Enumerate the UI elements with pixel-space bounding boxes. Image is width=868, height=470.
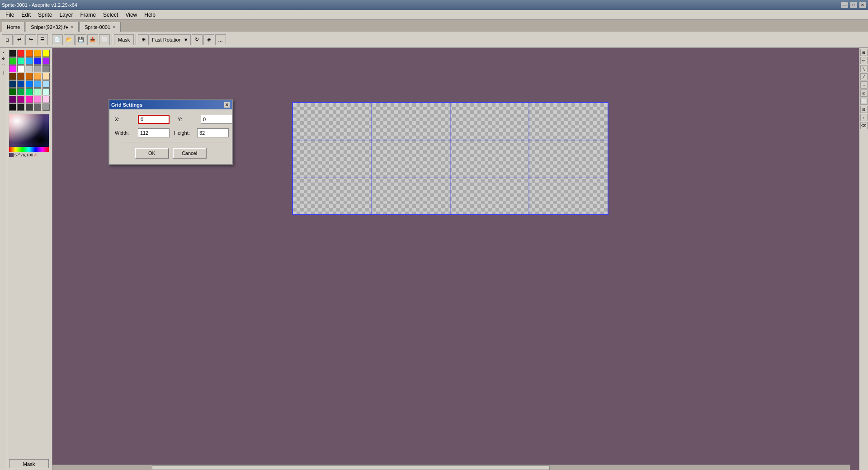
palette-color-25[interactable] [9,88,16,95]
palette-color-1[interactable] [17,50,24,57]
menu-help[interactable]: Help [141,11,159,19]
close-button[interactable]: ✕ [859,2,866,8]
height-input[interactable] [197,128,229,137]
menu-edit[interactable]: Edit [18,11,34,19]
tool-move[interactable]: ✥ [0,56,7,62]
mask-button[interactable]: Mask [114,34,134,45]
right-tool-10[interactable]: ⌫ [860,122,868,129]
right-tool-8[interactable]: ⊡ [860,106,868,113]
dialog-title-bar[interactable]: Grid Settings ✕ [109,100,232,109]
tab-sniper[interactable]: Sniper(92×32).f● ✕ [26,22,79,32]
palette-color-26[interactable] [17,88,24,95]
menu-sprite[interactable]: Sprite [34,11,56,19]
palette-color-10[interactable] [9,65,16,72]
minimize-button[interactable]: — [841,2,848,8]
menu-layer[interactable]: Layer [56,11,76,19]
open-button[interactable]: 📂 [64,34,75,45]
maximize-button[interactable]: □ [850,2,857,8]
palette-color-36[interactable] [17,103,24,111]
right-tool-3[interactable]: ╲ [860,65,868,72]
palette-color-11[interactable] [17,65,24,72]
palette-color-15[interactable] [9,73,16,80]
width-input[interactable] [138,128,170,137]
palette-color-27[interactable] [26,88,33,95]
tool-lasso[interactable]: ⌒ [0,62,7,69]
palette-color-14[interactable] [42,65,50,72]
palette-color-31[interactable] [17,96,24,103]
palette-color-17[interactable] [26,73,33,80]
right-tool-4[interactable]: ╱ [860,73,868,80]
palette-color-12[interactable] [26,65,33,72]
cancel-button[interactable]: Cancel [173,148,207,159]
new-file-button[interactable]: 📄 [52,34,63,45]
palette-color-39[interactable] [42,103,50,111]
right-tool-1[interactable]: ⊞ [860,49,868,56]
palette-color-0[interactable] [9,50,16,57]
palette-color-3[interactable] [34,50,41,57]
tab-sprite[interactable]: Sprite-0001 ✕ [80,22,121,32]
color-preview[interactable]: 57°76,100 ⚠ [9,114,49,154]
palette-color-7[interactable] [26,57,33,65]
y-input[interactable] [201,115,232,124]
ok-button[interactable]: OK [135,148,169,159]
tool-marquee[interactable]: ▪ [0,49,7,55]
canvas-scrollbar[interactable] [52,465,850,470]
right-tool-7[interactable]: ⬜ [860,98,868,105]
palette-color-19[interactable] [42,73,50,80]
redo-button[interactable]: ↪ [25,34,36,45]
palette-color-21[interactable] [17,80,24,88]
x-input[interactable] [138,115,170,124]
right-tool-2[interactable]: ✏ [860,57,868,64]
palette-color-28[interactable] [34,88,41,95]
palette-color-35[interactable] [9,103,16,111]
palette-color-6[interactable] [17,57,24,65]
menu-select[interactable]: Select [99,11,122,19]
select-all-button[interactable]: ⬜ [99,34,110,45]
color-hue-bar[interactable] [9,147,49,152]
palette-color-38[interactable] [34,103,41,111]
palette-color-9[interactable] [42,57,50,65]
palette-color-16[interactable] [17,73,24,80]
menu-file[interactable]: File [2,11,18,19]
palette-color-37[interactable] [26,103,33,111]
palette-color-4[interactable] [42,50,50,57]
save-button[interactable]: 💾 [75,34,86,45]
palette-color-5[interactable] [9,57,16,65]
grid-button[interactable]: ⊞ [138,34,149,45]
palette-color-32[interactable] [26,96,33,103]
menu-button[interactable]: ☰ [37,34,48,45]
palette-color-18[interactable] [34,73,41,80]
palette-color-23[interactable] [34,80,41,88]
tab-sniper-close[interactable]: ✕ [70,24,74,29]
right-tool-6[interactable]: ◎ [860,89,868,97]
mask-bottom-button[interactable]: Mask [9,459,49,468]
palette-color-33[interactable] [34,96,41,103]
tab-sprite-close[interactable]: ✕ [112,24,116,29]
loop-button[interactable]: ↻ [192,34,203,45]
palette-color-34[interactable] [42,96,50,103]
menu-frame[interactable]: Frame [76,11,99,19]
color-gradient[interactable] [9,114,49,147]
onion-button[interactable]: ◈ [203,34,214,45]
new-sprite-button[interactable]: 🗋 [2,34,13,45]
palette-color-30[interactable] [9,96,16,103]
dialog-close-button[interactable]: ✕ [224,102,230,108]
palette-color-29[interactable] [42,88,50,95]
right-tool-9[interactable]: • [860,114,868,121]
more-button[interactable]: … [215,34,226,45]
menu-view[interactable]: View [122,11,141,19]
palette-color-20[interactable] [9,80,16,88]
rotation-select[interactable]: Fast Rotation ▼ [150,34,190,45]
color-swatch[interactable] [9,153,14,157]
palette-color-2[interactable] [26,50,33,57]
palette-color-13[interactable] [34,65,41,72]
tab-home[interactable]: Home [2,22,25,32]
export-button[interactable]: 📤 [87,34,98,45]
palette-color-8[interactable] [34,57,41,65]
palette-color-24[interactable] [42,80,50,88]
palette-color-22[interactable] [26,80,33,88]
palette-grid [9,50,50,111]
right-tool-5[interactable]: ↔ [860,81,868,89]
scrollbar-thumb[interactable] [152,465,550,470]
undo-button[interactable]: ↩ [14,34,24,45]
